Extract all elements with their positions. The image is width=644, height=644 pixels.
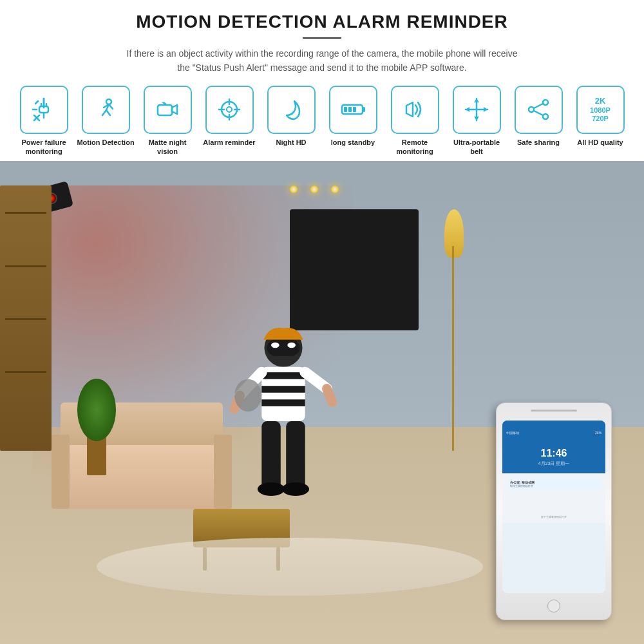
svg-rect-15 [158, 105, 172, 115]
svg-point-42 [271, 342, 279, 347]
tv-on-wall [290, 209, 419, 330]
all-hd-label: All HD quality [577, 138, 623, 147]
svg-rect-47 [261, 399, 305, 406]
night-hd-label: Night HD [276, 138, 306, 147]
bulb-2 [310, 185, 318, 193]
remote-monitoring-icon [401, 96, 428, 123]
svg-rect-41 [267, 339, 300, 355]
svg-marker-33 [466, 107, 469, 112]
unlock-label: 按下主屏幕按钮以打开 [541, 515, 567, 518]
page: MOTION DETECTION ALARM REMINDER If there… [0, 0, 644, 644]
long-standby-icon-box [329, 86, 377, 134]
phone-notification: 办公室: 移动侦测 钻扣主屏按钮以打开 [507, 478, 600, 489]
bulb-3 [331, 185, 339, 193]
feature-all-hd: 2K 1080P 720P All HD quality [571, 86, 629, 147]
remote-monitoring-icon-box [391, 86, 439, 134]
hd-2k-label: 2K [595, 96, 606, 106]
phone-date: 4月23日 星期一 [502, 460, 605, 469]
feature-safe-sharing: Safe sharing [509, 86, 567, 147]
matte-night-icon [154, 96, 181, 123]
feature-matte-night: Matte night vision [138, 86, 196, 156]
svg-line-38 [534, 104, 543, 108]
shelf-line-3 [5, 318, 46, 320]
shelf-line-2 [5, 265, 46, 267]
battery-indicator: 20% [595, 431, 601, 435]
phone-status-bar: 中国移动 20% [502, 421, 605, 445]
svg-rect-26 [348, 107, 352, 112]
phone-notification-area: 办公室: 移动侦测 钻扣主屏按钮以打开 按下主屏幕按钮以打开 [502, 473, 605, 523]
all-hd-icon-box: 2K 1080P 720P [576, 86, 625, 134]
phone-screen: 中国移动 20% 11:46 4月23日 星期一 办公室: 移动侦测 钻扣主屏按… [502, 421, 605, 593]
scene-background: 中国移动 20% 11:46 4月23日 星期一 办公室: 移动侦测 钻扣主屏按… [0, 161, 644, 644]
feature-power-failure: Power failure monitoring [15, 86, 73, 156]
plant-pot [87, 437, 106, 475]
svg-line-12 [106, 110, 110, 115]
ultra-portable-icon [463, 96, 490, 123]
svg-point-37 [543, 114, 548, 119]
svg-point-55 [282, 482, 309, 496]
svg-point-54 [258, 482, 285, 496]
motion-detection-icon-box [82, 86, 130, 134]
phone: 中国移动 20% 11:46 4月23日 星期一 办公室: 移动侦测 钻扣主屏按… [496, 402, 612, 620]
long-standby-icon [339, 96, 366, 123]
power-failure-icon [30, 96, 57, 123]
ultra-portable-label: Ultra-portable belt [448, 138, 506, 156]
svg-line-39 [534, 111, 543, 115]
svg-rect-46 [261, 386, 305, 393]
feature-ultra-portable: Ultra-portable belt [448, 86, 506, 156]
phone-home-button[interactable] [547, 600, 560, 612]
hd-1080p-label: 1080P [590, 106, 611, 115]
bulb-1 [290, 185, 298, 193]
bookshelf [0, 185, 52, 451]
safe-sharing-icon-box [515, 86, 563, 134]
svg-rect-45 [261, 372, 305, 379]
matte-night-icon-box [144, 86, 192, 134]
feature-alarm-reminder: Alarm reminder [200, 86, 258, 147]
alarm-reminder-icon [216, 96, 243, 123]
feature-remote-monitoring: Remote monitoring [386, 86, 444, 156]
power-failure-icon-box [20, 86, 68, 134]
svg-line-1 [35, 101, 38, 104]
floor-lamp [444, 209, 464, 451]
scene-image: 中国移动 20% 11:46 4月23日 星期一 办公室: 移动侦测 钻扣主屏按… [0, 161, 644, 644]
ceiling-lights [290, 185, 339, 193]
matte-night-label: Matte night vision [138, 138, 196, 156]
carrier-text: 中国移动 [506, 431, 519, 435]
night-hd-icon [278, 96, 305, 123]
svg-line-13 [109, 104, 113, 109]
title-divider [303, 37, 341, 39]
svg-point-56 [234, 379, 261, 412]
burglar-svg [225, 321, 341, 538]
svg-marker-28 [406, 102, 413, 117]
svg-line-11 [102, 110, 106, 115]
svg-point-18 [227, 107, 232, 112]
phone-unlock-text: 按下主屏幕按钮以打开 [505, 509, 603, 520]
svg-rect-25 [344, 107, 347, 112]
svg-marker-32 [474, 117, 479, 120]
lamp-shade [444, 209, 464, 258]
long-standby-label: long standby [331, 138, 375, 147]
burglar-figure [225, 321, 341, 538]
svg-rect-53 [286, 421, 305, 489]
svg-marker-16 [172, 105, 177, 114]
page-subtitle: If there is an object activity within th… [122, 46, 522, 75]
motion-detection-label: Motion Detection [77, 138, 134, 147]
plant-leaves [77, 379, 116, 441]
motion-detection-icon [92, 96, 119, 123]
phone-time: 11:46 [502, 445, 605, 460]
notif-body: 钻扣主屏按钮以打开 [510, 484, 598, 488]
features-row: Power failure monitoring Motion Detectio… [0, 86, 644, 156]
svg-marker-31 [474, 99, 479, 102]
feature-night-hd: Night HD [262, 86, 320, 147]
phone-speaker [531, 410, 576, 412]
safe-sharing-label: Safe sharing [517, 138, 560, 147]
remote-monitoring-label: Remote monitoring [386, 138, 444, 156]
alarm-reminder-icon-box [205, 86, 254, 134]
night-hd-icon-box [267, 86, 316, 134]
svg-marker-34 [484, 107, 488, 112]
safe-sharing-icon [525, 96, 552, 123]
alarm-reminder-label: Alarm reminder [203, 138, 255, 147]
shelf-line-1 [5, 212, 46, 214]
svg-rect-24 [363, 107, 365, 112]
sofa-arm-left [52, 435, 70, 509]
